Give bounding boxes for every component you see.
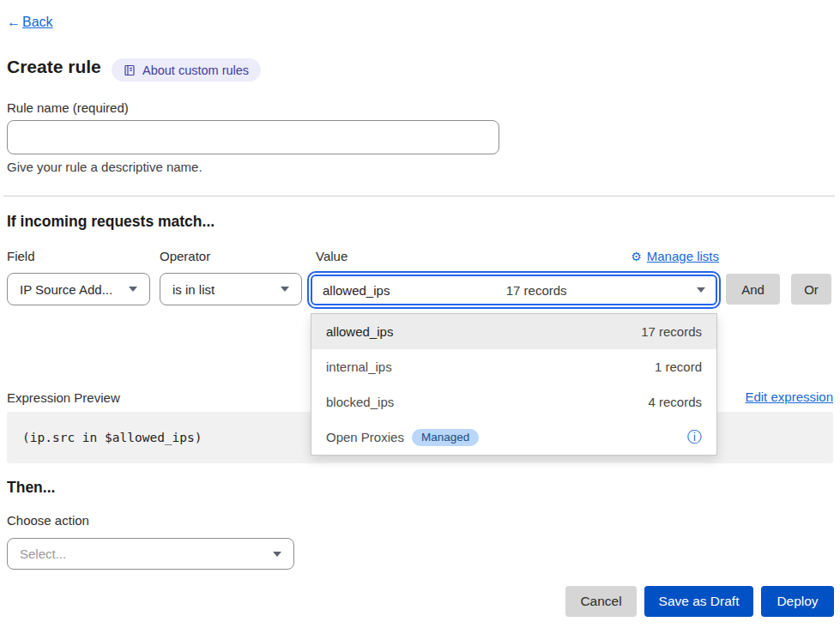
list-item-name: Open Proxies [326, 430, 404, 444]
rule-name-label: Rule name (required) [7, 100, 129, 115]
list-item-blocked-ips[interactable]: blocked_ips 4 records [311, 384, 716, 420]
or-button[interactable]: Or [791, 274, 831, 305]
list-item-records: 4 records [648, 395, 702, 409]
page-title: Create rule [7, 57, 101, 77]
book-icon [124, 64, 136, 76]
cancel-button[interactable]: Cancel [565, 586, 637, 617]
gear-icon: ⚙ [631, 250, 642, 263]
list-item-internal-ips[interactable]: internal_ips 1 record [311, 349, 716, 384]
value-dropdown-list: allowed_ips 17 records internal_ips 1 re… [311, 313, 717, 456]
chevron-down-icon [129, 287, 137, 292]
managed-badge: Managed [412, 429, 479, 446]
expression-code: (ip.src in $allowed_ips) [22, 412, 202, 463]
expression-preview-label: Expression Preview [7, 390, 120, 405]
and-button[interactable]: And [726, 274, 780, 305]
value-select[interactable]: allowed_ips 17 records [311, 275, 717, 305]
deploy-button[interactable]: Deploy [761, 586, 834, 617]
back-link-label: Back [22, 15, 53, 30]
chevron-down-icon [273, 552, 281, 557]
choose-action-label: Choose action [7, 513, 89, 528]
list-item-name: internal_ips [326, 359, 392, 374]
rule-name-input[interactable] [7, 120, 499, 154]
list-item-open-proxies[interactable]: Open Proxies Managed ⓘ [311, 420, 716, 455]
list-item-records: 17 records [641, 324, 702, 339]
back-link[interactable]: ← Back [7, 15, 53, 30]
list-item-allowed-ips[interactable]: allowed_ips 17 records [311, 314, 716, 349]
list-item-records: 1 record [655, 359, 702, 374]
save-as-draft-button[interactable]: Save as Draft [644, 586, 753, 617]
value-select-value: allowed_ips [323, 283, 390, 298]
value-select-records: 17 records [506, 283, 567, 298]
field-select-value: IP Source Add... [20, 282, 112, 297]
edit-expression-link[interactable]: Edit expression [745, 389, 833, 404]
about-custom-rules-label: About custom rules [142, 63, 249, 77]
create-rule-page: ← Back Create rule About custom rules Ru… [0, 0, 840, 634]
list-item-name: blocked_ips [326, 395, 394, 409]
field-label: Field [7, 249, 35, 263]
value-label: Value [316, 249, 347, 263]
rule-name-helper-text: Give your rule a descriptive name. [7, 160, 202, 174]
manage-lists-link[interactable]: ⚙ Manage lists [631, 249, 719, 263]
info-icon[interactable]: ⓘ [687, 430, 702, 444]
chevron-down-icon [697, 287, 705, 293]
operator-select-value: is in list [172, 282, 215, 297]
match-section-heading: If incoming requests match... [7, 213, 215, 231]
action-select[interactable]: Select... [7, 538, 294, 570]
list-item-name: allowed_ips [326, 324, 393, 339]
operator-label: Operator [160, 249, 210, 263]
then-section-heading: Then... [7, 479, 55, 497]
chevron-down-icon [281, 287, 289, 292]
action-select-placeholder: Select... [20, 546, 66, 561]
about-custom-rules-link[interactable]: About custom rules [112, 58, 261, 82]
operator-select[interactable]: is in list [160, 273, 302, 305]
back-arrow-icon: ← [7, 15, 21, 30]
section-divider [3, 196, 835, 196]
field-select[interactable]: IP Source Add... [7, 273, 150, 305]
manage-lists-label: Manage lists [647, 249, 719, 263]
